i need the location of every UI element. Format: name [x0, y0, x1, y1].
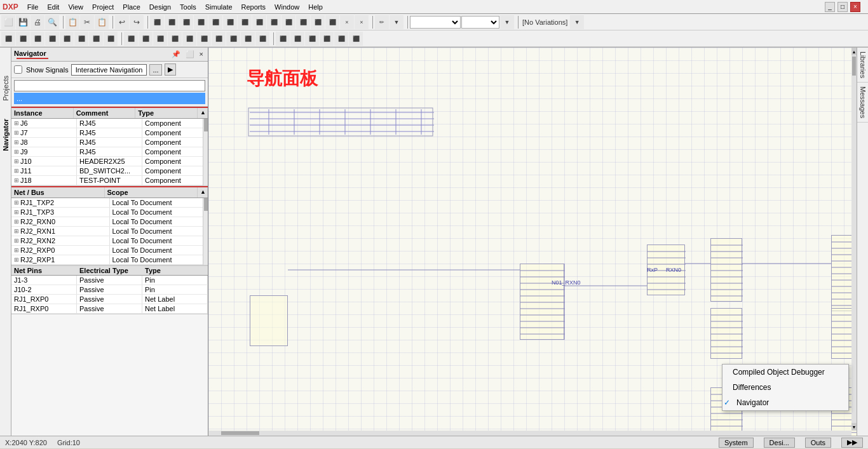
expand-icon[interactable]: ⊞: [14, 177, 19, 184]
nav-pin-btn[interactable]: 📌: [170, 50, 182, 58]
tb-dropdown-1[interactable]: [410, 16, 461, 29]
tb-b10[interactable]: ⬛: [281, 15, 295, 29]
col-net[interactable]: Net / Bus: [11, 187, 105, 198]
tb-b15[interactable]: ×: [355, 15, 369, 29]
col-electrical-type[interactable]: Electrical Type: [77, 266, 142, 275]
menu-simulate[interactable]: Simulate: [201, 2, 236, 12]
menu-edit[interactable]: Edit: [43, 2, 63, 12]
tb-b4[interactable]: ⬛: [194, 15, 208, 29]
col-scope[interactable]: Scope: [105, 187, 198, 198]
menu-place[interactable]: Place: [119, 2, 144, 12]
tb2-b5[interactable]: ⬛: [60, 32, 74, 46]
menu-project[interactable]: Project: [88, 2, 118, 12]
tb-print[interactable]: 🖨: [31, 15, 44, 29]
title-btn-close[interactable]: ×: [850, 2, 860, 12]
tb2-b21[interactable]: ⬛: [305, 32, 319, 46]
tb-b13[interactable]: ⬛: [325, 15, 339, 29]
expand-icon[interactable]: ⊞: [14, 228, 19, 234]
menu-window[interactable]: Window: [271, 2, 303, 12]
tb-paste[interactable]: 📋: [95, 15, 109, 29]
col-sort-comp[interactable]: ▲: [198, 108, 208, 118]
tb-b9[interactable]: ⬛: [267, 15, 281, 29]
tb2-b2[interactable]: ⬛: [16, 32, 30, 46]
side-tab-projects[interactable]: Projects: [1, 73, 11, 104]
expand-icon[interactable]: ⊞: [14, 149, 19, 155]
col-net-pins[interactable]: Net Pins: [11, 266, 77, 275]
tb2-b24[interactable]: ⬛: [349, 32, 363, 46]
tb2-b19[interactable]: ⬛: [276, 32, 290, 46]
tb2-b10[interactable]: ⬛: [139, 32, 153, 46]
expand-icon[interactable]: ⊞: [14, 247, 19, 253]
tb-b5[interactable]: ⬛: [208, 15, 222, 29]
right-tab-libraries[interactable]: Libraries: [857, 48, 868, 83]
tb-redo[interactable]: ↪: [130, 15, 144, 29]
sch-scroll-down-btn[interactable]: ▼: [851, 423, 857, 431]
tb-b3[interactable]: ⬛: [179, 15, 193, 29]
tb-cut[interactable]: ✂: [80, 15, 94, 29]
expand-icon[interactable]: ⊞: [14, 257, 19, 263]
tb-dropdown-2[interactable]: [461, 16, 499, 29]
tb-dd-arrow[interactable]: ▼: [500, 15, 514, 29]
tb2-b4[interactable]: ⬛: [45, 32, 59, 46]
expand-icon[interactable]: ⊞: [14, 199, 19, 206]
expand-icon[interactable]: ⊞: [14, 218, 19, 225]
col-type[interactable]: Type: [135, 108, 198, 118]
tb2-b15[interactable]: ⬛: [212, 32, 226, 46]
menu-reports[interactable]: Reports: [238, 2, 270, 12]
tb2-b16[interactable]: ⬛: [226, 32, 240, 46]
menu-design[interactable]: Design: [146, 2, 175, 12]
tb2-b12[interactable]: ⬛: [168, 32, 182, 46]
right-tab-messages[interactable]: Messages: [857, 83, 868, 123]
col-pin-type[interactable]: Type: [142, 266, 208, 275]
sch-hscroll-thumb[interactable]: [221, 431, 259, 435]
tb2-b1[interactable]: ⬛: [1, 32, 15, 46]
tb-b8[interactable]: ⬛: [252, 15, 266, 29]
tb2-b3[interactable]: ⬛: [31, 32, 44, 46]
dropdown-item-navigator[interactable]: Navigator: [722, 395, 848, 410]
status-tab-design[interactable]: Desi...: [764, 438, 795, 448]
tb-zoom[interactable]: 🔍: [45, 15, 59, 29]
menu-file[interactable]: File: [24, 2, 43, 12]
tb-b12[interactable]: ⬛: [311, 15, 325, 29]
col-sort-net[interactable]: ▲: [198, 187, 208, 198]
tb-pen[interactable]: ✏: [375, 15, 389, 29]
expand-icon[interactable]: ⊞: [14, 209, 19, 215]
tb-b11[interactable]: ⬛: [296, 15, 310, 29]
tb2-b13[interactable]: ⬛: [182, 32, 196, 46]
menu-view[interactable]: View: [64, 2, 87, 12]
sch-vscroll-thumb[interactable]: [852, 57, 856, 76]
status-tab-system[interactable]: System: [719, 438, 754, 448]
expand-icon[interactable]: ⊞: [14, 158, 19, 164]
tb-b2[interactable]: ⬛: [165, 15, 179, 29]
tb-new[interactable]: ⬜: [1, 15, 15, 29]
col-instance[interactable]: Instance: [11, 108, 74, 118]
nav-search-input[interactable]: [14, 80, 205, 91]
menu-tools[interactable]: Tools: [176, 2, 200, 12]
sch-scroll-up-btn[interactable]: ▲: [851, 48, 857, 55]
expand-icon[interactable]: ⊞: [14, 120, 19, 126]
title-btn-minimize[interactable]: _: [825, 2, 835, 12]
menu-help[interactable]: Help: [304, 2, 327, 12]
tb2-b20[interactable]: ⬛: [290, 32, 304, 46]
tb-b6[interactable]: ⬛: [223, 15, 237, 29]
expand-icon[interactable]: ⊞: [14, 130, 19, 136]
tb2-b18[interactable]: ⬛: [255, 32, 269, 46]
show-signals-checkbox[interactable]: [14, 65, 22, 74]
nav-float-btn[interactable]: ⬜: [184, 50, 196, 58]
tb-nv-dropdown[interactable]: ▼: [570, 15, 584, 29]
tb2-b17[interactable]: ⬛: [241, 32, 255, 46]
interactive-nav-button[interactable]: Interactive Navigation: [71, 64, 147, 76]
expand-icon[interactable]: ⊞: [14, 168, 19, 174]
tb-b1[interactable]: ⬛: [150, 15, 164, 29]
expand-icon[interactable]: ⊞: [14, 238, 19, 244]
tb2-b14[interactable]: ⬛: [197, 32, 211, 46]
col-comment[interactable]: Comment: [74, 108, 136, 118]
tb2-b11[interactable]: ⬛: [153, 32, 167, 46]
side-tab-navigator[interactable]: Navigator: [1, 116, 11, 154]
tb-more[interactable]: ▼: [390, 15, 403, 29]
tb-save[interactable]: 💾: [16, 15, 30, 29]
tb2-b7[interactable]: ⬛: [89, 32, 103, 46]
dropdown-item-differences[interactable]: Differences: [722, 380, 848, 395]
expand-icon[interactable]: ⊞: [14, 139, 19, 145]
tb2-b9[interactable]: ⬛: [124, 32, 138, 46]
